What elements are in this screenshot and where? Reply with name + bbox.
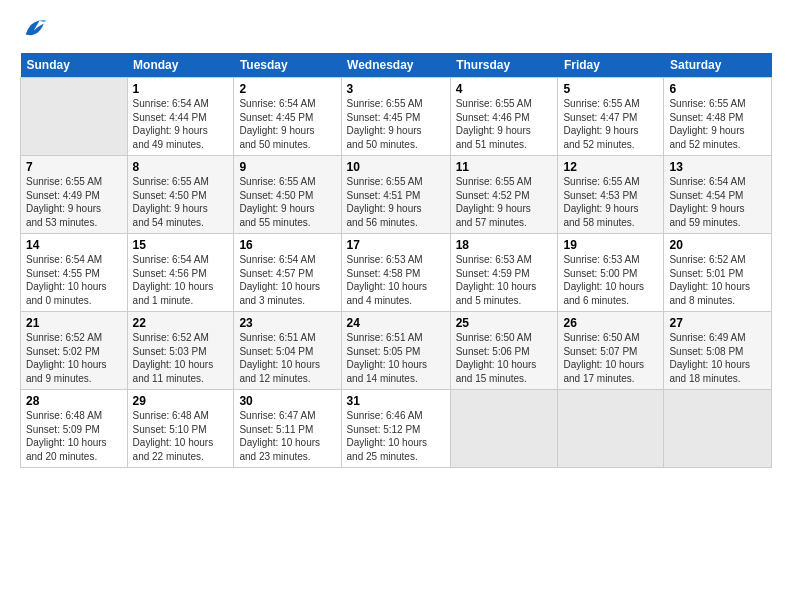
calendar-cell: [21, 78, 128, 156]
day-info: Sunrise: 6:55 AM Sunset: 4:50 PM Dayligh…: [239, 175, 335, 229]
calendar-cell: 23Sunrise: 6:51 AM Sunset: 5:04 PM Dayli…: [234, 312, 341, 390]
calendar-header-saturday: Saturday: [664, 53, 772, 78]
day-info: Sunrise: 6:53 AM Sunset: 4:58 PM Dayligh…: [347, 253, 445, 307]
calendar-week-row: 21Sunrise: 6:52 AM Sunset: 5:02 PM Dayli…: [21, 312, 772, 390]
calendar-cell: 6Sunrise: 6:55 AM Sunset: 4:48 PM Daylig…: [664, 78, 772, 156]
day-number: 15: [133, 238, 229, 252]
day-number: 6: [669, 82, 766, 96]
day-number: 17: [347, 238, 445, 252]
calendar-cell: 13Sunrise: 6:54 AM Sunset: 4:54 PM Dayli…: [664, 156, 772, 234]
day-number: 11: [456, 160, 553, 174]
calendar-cell: 20Sunrise: 6:52 AM Sunset: 5:01 PM Dayli…: [664, 234, 772, 312]
logo-icon: [20, 15, 48, 43]
calendar-cell: 1Sunrise: 6:54 AM Sunset: 4:44 PM Daylig…: [127, 78, 234, 156]
day-info: Sunrise: 6:53 AM Sunset: 4:59 PM Dayligh…: [456, 253, 553, 307]
day-info: Sunrise: 6:55 AM Sunset: 4:50 PM Dayligh…: [133, 175, 229, 229]
day-number: 1: [133, 82, 229, 96]
calendar-cell: 31Sunrise: 6:46 AM Sunset: 5:12 PM Dayli…: [341, 390, 450, 468]
calendar-cell: 19Sunrise: 6:53 AM Sunset: 5:00 PM Dayli…: [558, 234, 664, 312]
calendar-cell: [664, 390, 772, 468]
day-info: Sunrise: 6:46 AM Sunset: 5:12 PM Dayligh…: [347, 409, 445, 463]
calendar-table: SundayMondayTuesdayWednesdayThursdayFrid…: [20, 53, 772, 468]
calendar-cell: 5Sunrise: 6:55 AM Sunset: 4:47 PM Daylig…: [558, 78, 664, 156]
calendar-week-row: 14Sunrise: 6:54 AM Sunset: 4:55 PM Dayli…: [21, 234, 772, 312]
day-info: Sunrise: 6:55 AM Sunset: 4:51 PM Dayligh…: [347, 175, 445, 229]
day-number: 13: [669, 160, 766, 174]
day-info: Sunrise: 6:55 AM Sunset: 4:47 PM Dayligh…: [563, 97, 658, 151]
calendar-cell: 8Sunrise: 6:55 AM Sunset: 4:50 PM Daylig…: [127, 156, 234, 234]
day-number: 4: [456, 82, 553, 96]
calendar-header-wednesday: Wednesday: [341, 53, 450, 78]
calendar-cell: 27Sunrise: 6:49 AM Sunset: 5:08 PM Dayli…: [664, 312, 772, 390]
day-number: 12: [563, 160, 658, 174]
calendar-cell: 12Sunrise: 6:55 AM Sunset: 4:53 PM Dayli…: [558, 156, 664, 234]
day-number: 9: [239, 160, 335, 174]
day-number: 18: [456, 238, 553, 252]
day-info: Sunrise: 6:55 AM Sunset: 4:49 PM Dayligh…: [26, 175, 122, 229]
day-info: Sunrise: 6:48 AM Sunset: 5:10 PM Dayligh…: [133, 409, 229, 463]
day-info: Sunrise: 6:54 AM Sunset: 4:55 PM Dayligh…: [26, 253, 122, 307]
day-info: Sunrise: 6:55 AM Sunset: 4:52 PM Dayligh…: [456, 175, 553, 229]
day-number: 26: [563, 316, 658, 330]
day-info: Sunrise: 6:48 AM Sunset: 5:09 PM Dayligh…: [26, 409, 122, 463]
day-number: 28: [26, 394, 122, 408]
day-info: Sunrise: 6:54 AM Sunset: 4:56 PM Dayligh…: [133, 253, 229, 307]
day-number: 5: [563, 82, 658, 96]
calendar-week-row: 7Sunrise: 6:55 AM Sunset: 4:49 PM Daylig…: [21, 156, 772, 234]
calendar-week-row: 28Sunrise: 6:48 AM Sunset: 5:09 PM Dayli…: [21, 390, 772, 468]
day-number: 3: [347, 82, 445, 96]
calendar-header-sunday: Sunday: [21, 53, 128, 78]
day-number: 30: [239, 394, 335, 408]
day-info: Sunrise: 6:47 AM Sunset: 5:11 PM Dayligh…: [239, 409, 335, 463]
calendar-cell: 25Sunrise: 6:50 AM Sunset: 5:06 PM Dayli…: [450, 312, 558, 390]
calendar-cell: 17Sunrise: 6:53 AM Sunset: 4:58 PM Dayli…: [341, 234, 450, 312]
calendar-cell: 28Sunrise: 6:48 AM Sunset: 5:09 PM Dayli…: [21, 390, 128, 468]
calendar-cell: [558, 390, 664, 468]
day-number: 20: [669, 238, 766, 252]
page-header: [20, 15, 772, 43]
calendar-cell: 22Sunrise: 6:52 AM Sunset: 5:03 PM Dayli…: [127, 312, 234, 390]
day-info: Sunrise: 6:52 AM Sunset: 5:01 PM Dayligh…: [669, 253, 766, 307]
calendar-header-tuesday: Tuesday: [234, 53, 341, 78]
calendar-cell: 30Sunrise: 6:47 AM Sunset: 5:11 PM Dayli…: [234, 390, 341, 468]
day-info: Sunrise: 6:49 AM Sunset: 5:08 PM Dayligh…: [669, 331, 766, 385]
day-number: 25: [456, 316, 553, 330]
day-number: 29: [133, 394, 229, 408]
calendar-week-row: 1Sunrise: 6:54 AM Sunset: 4:44 PM Daylig…: [21, 78, 772, 156]
calendar-cell: 14Sunrise: 6:54 AM Sunset: 4:55 PM Dayli…: [21, 234, 128, 312]
day-info: Sunrise: 6:54 AM Sunset: 4:54 PM Dayligh…: [669, 175, 766, 229]
day-info: Sunrise: 6:54 AM Sunset: 4:44 PM Dayligh…: [133, 97, 229, 151]
day-number: 14: [26, 238, 122, 252]
calendar-cell: 4Sunrise: 6:55 AM Sunset: 4:46 PM Daylig…: [450, 78, 558, 156]
day-info: Sunrise: 6:50 AM Sunset: 5:07 PM Dayligh…: [563, 331, 658, 385]
day-info: Sunrise: 6:55 AM Sunset: 4:53 PM Dayligh…: [563, 175, 658, 229]
day-number: 19: [563, 238, 658, 252]
day-info: Sunrise: 6:50 AM Sunset: 5:06 PM Dayligh…: [456, 331, 553, 385]
calendar-cell: 9Sunrise: 6:55 AM Sunset: 4:50 PM Daylig…: [234, 156, 341, 234]
calendar-header-friday: Friday: [558, 53, 664, 78]
calendar-cell: [450, 390, 558, 468]
calendar-header-thursday: Thursday: [450, 53, 558, 78]
calendar-cell: 2Sunrise: 6:54 AM Sunset: 4:45 PM Daylig…: [234, 78, 341, 156]
day-number: 8: [133, 160, 229, 174]
day-info: Sunrise: 6:54 AM Sunset: 4:45 PM Dayligh…: [239, 97, 335, 151]
day-number: 2: [239, 82, 335, 96]
calendar-cell: 18Sunrise: 6:53 AM Sunset: 4:59 PM Dayli…: [450, 234, 558, 312]
calendar-header-row: SundayMondayTuesdayWednesdayThursdayFrid…: [21, 53, 772, 78]
day-info: Sunrise: 6:52 AM Sunset: 5:03 PM Dayligh…: [133, 331, 229, 385]
calendar-cell: 10Sunrise: 6:55 AM Sunset: 4:51 PM Dayli…: [341, 156, 450, 234]
calendar-cell: 21Sunrise: 6:52 AM Sunset: 5:02 PM Dayli…: [21, 312, 128, 390]
logo: [20, 15, 53, 43]
calendar-cell: 26Sunrise: 6:50 AM Sunset: 5:07 PM Dayli…: [558, 312, 664, 390]
calendar-header-monday: Monday: [127, 53, 234, 78]
day-info: Sunrise: 6:53 AM Sunset: 5:00 PM Dayligh…: [563, 253, 658, 307]
day-info: Sunrise: 6:54 AM Sunset: 4:57 PM Dayligh…: [239, 253, 335, 307]
day-number: 23: [239, 316, 335, 330]
day-info: Sunrise: 6:52 AM Sunset: 5:02 PM Dayligh…: [26, 331, 122, 385]
calendar-cell: 29Sunrise: 6:48 AM Sunset: 5:10 PM Dayli…: [127, 390, 234, 468]
day-info: Sunrise: 6:55 AM Sunset: 4:45 PM Dayligh…: [347, 97, 445, 151]
day-number: 21: [26, 316, 122, 330]
calendar-cell: 3Sunrise: 6:55 AM Sunset: 4:45 PM Daylig…: [341, 78, 450, 156]
calendar-cell: 24Sunrise: 6:51 AM Sunset: 5:05 PM Dayli…: [341, 312, 450, 390]
day-number: 31: [347, 394, 445, 408]
